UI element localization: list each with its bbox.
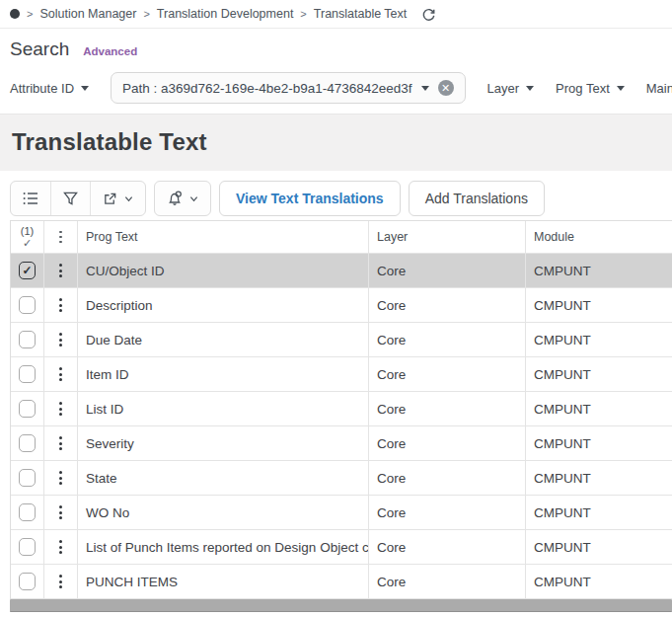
cell-module: CMPUNT xyxy=(526,323,672,356)
cell-layer: Core xyxy=(369,288,526,322)
view-text-translations-button[interactable]: View Text Translations xyxy=(219,181,401,216)
horizontal-scrollbar[interactable] xyxy=(10,599,672,613)
unchecked-checkbox[interactable] xyxy=(19,434,36,452)
table-row[interactable]: List of Punch Items reported on Design O… xyxy=(11,530,672,565)
row-menu-icon[interactable] xyxy=(44,323,78,356)
row-menu-icon[interactable] xyxy=(44,357,78,391)
export-icon xyxy=(103,192,117,206)
checked-checkbox[interactable]: ✓ xyxy=(19,262,36,279)
chevron-down-icon xyxy=(124,194,133,203)
row-menu-icon[interactable] xyxy=(44,530,78,564)
filter-button[interactable] xyxy=(50,182,90,215)
row-checkbox-cell[interactable] xyxy=(11,565,44,598)
row-checkbox-cell[interactable] xyxy=(11,461,44,495)
column-header-layer[interactable]: Layer xyxy=(369,221,526,253)
unchecked-checkbox[interactable] xyxy=(19,573,36,590)
list-icon xyxy=(23,192,38,205)
unchecked-checkbox[interactable] xyxy=(19,503,36,521)
table-row[interactable]: List IDCoreCMPUNT xyxy=(11,392,672,426)
table-row[interactable]: DescriptionCoreCMPUNT xyxy=(11,288,672,323)
cell-module: CMPUNT xyxy=(526,254,672,287)
export-button[interactable] xyxy=(90,182,145,215)
table-header-row: (1) ✓ Prog Text Layer Module xyxy=(11,221,672,254)
bell-icon xyxy=(167,191,183,206)
cell-module: CMPUNT xyxy=(526,426,672,460)
breadcrumb-item-solution-manager[interactable]: Solution Manager xyxy=(39,7,136,21)
row-checkbox-cell[interactable]: ✓ xyxy=(11,254,44,287)
main-type-filter[interactable]: Main Ty xyxy=(646,81,672,96)
notifications-button[interactable] xyxy=(155,182,210,215)
cell-prog-text: Item ID xyxy=(78,357,369,391)
table-row[interactable]: Item IDCoreCMPUNT xyxy=(11,357,672,392)
cell-module: CMPUNT xyxy=(526,288,672,322)
table-body: ✓CU/Object IDCoreCMPUNTDescriptionCoreCM… xyxy=(11,254,672,599)
breadcrumb-item-translation-development[interactable]: Translation Development xyxy=(157,7,294,21)
cell-layer: Core xyxy=(369,461,526,495)
column-header-prog-text[interactable]: Prog Text xyxy=(78,221,369,253)
home-icon[interactable] xyxy=(10,9,20,19)
unchecked-checkbox[interactable] xyxy=(19,296,36,314)
cell-layer: Core xyxy=(369,392,526,425)
column-header-module[interactable]: Module xyxy=(526,221,672,253)
row-menu-icon[interactable] xyxy=(44,565,78,598)
path-filter-chip-label: Path : a369d762-169e-4be2-b9a1-4736842ee… xyxy=(122,81,412,96)
attribute-id-filter[interactable]: Attribute ID xyxy=(10,81,89,96)
table-row[interactable]: ✓CU/Object IDCoreCMPUNT xyxy=(11,254,672,288)
unchecked-checkbox[interactable] xyxy=(19,400,36,418)
table-row[interactable]: Due DateCoreCMPUNT xyxy=(11,323,672,357)
refresh-icon[interactable] xyxy=(421,7,436,22)
scrollbar-thumb[interactable] xyxy=(10,599,672,612)
chevron-down-icon xyxy=(617,86,625,91)
add-translations-button[interactable]: Add Translations xyxy=(409,181,545,216)
page-title: Translatable Text xyxy=(12,128,660,156)
chevron-down-icon xyxy=(526,86,534,91)
table-row[interactable]: StateCoreCMPUNT xyxy=(11,461,672,496)
cell-prog-text: Description xyxy=(78,288,369,322)
chevron-down-icon xyxy=(421,86,429,91)
row-checkbox-cell[interactable] xyxy=(11,323,44,356)
cell-prog-text: CU/Object ID xyxy=(78,254,369,287)
row-menu-icon[interactable] xyxy=(44,288,78,322)
unchecked-checkbox[interactable] xyxy=(19,331,36,348)
translatable-text-table: (1) ✓ Prog Text Layer Module ✓CU/Object … xyxy=(10,220,672,599)
unchecked-checkbox[interactable] xyxy=(19,469,36,487)
header-menu-icon[interactable] xyxy=(44,221,78,253)
row-menu-icon[interactable] xyxy=(44,392,78,425)
row-menu-icon[interactable] xyxy=(44,426,78,460)
row-checkbox-cell[interactable] xyxy=(11,392,44,425)
row-checkbox-cell[interactable] xyxy=(11,357,44,391)
search-title: Search xyxy=(10,39,69,60)
cell-module: CMPUNT xyxy=(526,392,672,425)
funnel-icon xyxy=(63,192,78,206)
row-checkbox-cell[interactable] xyxy=(11,288,44,322)
table-row[interactable]: WO NoCoreCMPUNT xyxy=(11,496,672,530)
chevron-down-icon xyxy=(81,86,89,91)
cell-layer: Core xyxy=(369,357,526,391)
cell-layer: Core xyxy=(369,254,526,287)
row-checkbox-cell[interactable] xyxy=(11,426,44,460)
layer-filter[interactable]: Layer xyxy=(487,81,535,96)
remove-filter-icon[interactable]: ✕ xyxy=(438,80,454,96)
filter-bar: Attribute ID Path : a369d762-169e-4be2-b… xyxy=(0,64,672,114)
cell-module: CMPUNT xyxy=(526,565,672,598)
breadcrumb-item-translatable-text[interactable]: Translatable Text xyxy=(314,7,408,21)
check-icon: ✓ xyxy=(23,237,32,249)
prog-text-filter[interactable]: Prog Text xyxy=(556,81,625,96)
row-menu-icon[interactable] xyxy=(44,254,78,287)
cell-module: CMPUNT xyxy=(526,496,672,529)
unchecked-checkbox[interactable] xyxy=(19,538,36,556)
path-filter-chip[interactable]: Path : a369d762-169e-4be2-b9a1-4736842ee… xyxy=(111,72,466,104)
list-view-button[interactable] xyxy=(11,182,50,215)
table-row[interactable]: PUNCH ITEMSCoreCMPUNT xyxy=(11,565,672,599)
breadcrumb-separator: > xyxy=(27,8,33,20)
cell-prog-text: PUNCH ITEMS xyxy=(78,565,369,598)
cell-prog-text: Severity xyxy=(78,426,369,460)
row-checkbox-cell[interactable] xyxy=(11,530,44,564)
row-menu-icon[interactable] xyxy=(44,496,78,529)
table-row[interactable]: SeverityCoreCMPUNT xyxy=(11,426,672,461)
advanced-search-link[interactable]: Advanced xyxy=(83,45,137,57)
row-checkbox-cell[interactable] xyxy=(11,496,44,529)
row-menu-icon[interactable] xyxy=(44,461,78,495)
unchecked-checkbox[interactable] xyxy=(19,365,36,383)
selection-count-header[interactable]: (1) ✓ xyxy=(11,221,44,253)
